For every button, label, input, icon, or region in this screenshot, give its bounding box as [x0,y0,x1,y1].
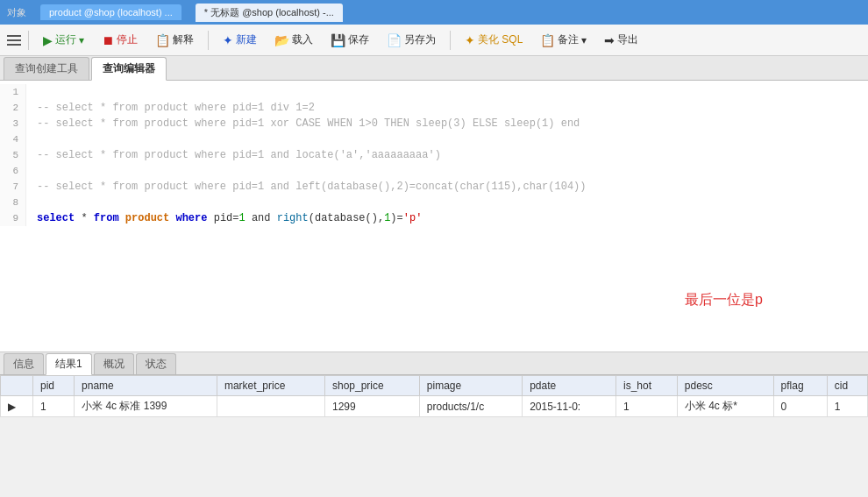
line-content-3: -- select * from product where pid=1 xor… [33,116,868,131]
save-as-icon: 📄 [387,33,402,47]
line-number-4: 4 [0,131,26,147]
table-header-row: pid pname market_price shop_price pimage… [1,376,868,396]
code-line-5: 5 -- select * from product where pid=1 a… [0,147,868,163]
cell-pdesc: 小米 4c 标* [677,396,773,417]
load-button[interactable]: 📂 载入 [267,29,320,51]
table-row[interactable]: ▶ 1 小米 4c 标准 1399 1299 products/1/c 2015… [1,396,868,417]
query-tab-bar: 查询创建工具 查询编辑器 [0,56,868,81]
run-icon: ▶ [43,33,53,47]
hamburger-icon[interactable] [7,35,21,46]
run-button[interactable]: ▶ 运行 ▾ [36,29,91,51]
stop-label: 停止 [117,32,138,47]
new-icon: ✦ [223,33,233,47]
code-line-7: 7 -- select * from product where pid=1 a… [0,179,868,195]
stop-button[interactable]: ⏹ 停止 [95,29,145,51]
load-label: 载入 [292,32,313,47]
cell-pflag: 0 [773,396,827,417]
tab-info[interactable]: 信息 [4,353,44,374]
annotation-text: 最后一位是p [685,291,763,309]
tbl-product: product [125,212,169,224]
line-content-7: -- select * from product where pid=1 and… [33,179,868,195]
kw-from: from [94,212,119,224]
col-header-pdesc: pdesc [677,376,773,396]
row-marker: ▶ [8,401,16,413]
col-header-pflag: pflag [773,376,827,396]
save-label: 保存 [348,32,369,47]
tab-query-editor[interactable]: 查询编辑器 [91,57,167,81]
cell-pname: 小米 4c 标准 1399 [75,396,217,417]
line-number-9: 9 [0,210,26,226]
col-header-pid [1,376,33,396]
col-header-market-price: market_price [217,376,324,396]
cell-cid: 1 [827,396,867,417]
result-table: pid pname market_price shop_price pimage… [0,375,868,417]
toolbar-separator-3 [450,31,451,50]
line-content-5: -- select * from product where pid=1 and… [33,147,868,163]
line-content-1 [33,84,868,100]
export-button[interactable]: ➡ 导出 [597,29,645,51]
new-button[interactable]: ✦ 新建 [216,29,264,51]
kw-select: select [37,212,75,224]
tab-overview[interactable]: 概况 [94,353,134,374]
comment-dropdown-icon[interactable]: ▾ [581,34,587,46]
title-bar: 对象 product @shop (localhost) ... * 无标题 @… [0,0,868,25]
run-dropdown-icon[interactable]: ▾ [79,34,84,46]
col-header-shop-price: shop_price [324,376,419,396]
line-number-7: 7 [0,179,26,195]
line-content-4 [33,131,868,147]
line-number-3: 3 [0,116,26,131]
code-line-6: 6 [0,163,868,179]
tab-result1[interactable]: 结果1 [46,353,92,375]
line-number-2: 2 [0,100,26,116]
line-content-2: -- select * from product where pid=1 div… [33,100,868,116]
explain-label: 解释 [173,32,194,47]
code-line-4: 4 [0,131,868,147]
code-line-3: 3 -- select * from product where pid=1 x… [0,116,868,131]
beautify-label: 美化 SQL [478,32,523,47]
sql-editor[interactable]: 1 2 -- select * from product where pid=1… [0,81,868,352]
row-marker-cell: ▶ [1,396,33,417]
toolbar-separator-2 [208,31,209,50]
export-label: 导出 [617,32,638,47]
line-number-5: 5 [0,147,26,163]
col-header-pdate: pdate [523,376,616,396]
cell-pid: 1 [33,396,75,417]
line-number-8: 8 [0,195,26,210]
tab-status[interactable]: 状态 [136,353,176,374]
code-line-9: 9 select * from product where pid=1 and … [0,210,868,226]
col-header-pid-val: pid [33,376,75,396]
stop-icon: ⏹ [102,33,114,47]
line-content-8 [33,195,868,210]
col-header-cid: cid [827,376,867,396]
line-content-9: select * from product where pid=1 and ri… [33,210,868,226]
str-p: 'p' [403,212,423,224]
result-table-wrapper: pid pname market_price shop_price pimage… [0,375,868,417]
num-2: 1 [384,212,390,224]
toolbar: ▶ 运行 ▾ ⏹ 停止 📋 解释 ✦ 新建 📂 载入 💾 保存 📄 另存为 ✦ … [0,25,868,56]
run-label: 运行 [55,32,76,47]
save-button[interactable]: 💾 保存 [324,29,376,51]
title-tab-product[interactable]: product @shop (localhost) ... [40,4,181,20]
cell-is-hot: 1 [616,396,678,417]
title-label-object: 对象 [7,6,26,19]
col-header-pname: pname [75,376,217,396]
line-content-6 [33,163,868,179]
explain-icon: 📋 [155,33,170,47]
fn-right: right [277,212,309,224]
save-icon: 💾 [331,33,345,47]
comment-button[interactable]: 📋 备注 ▾ [533,29,594,51]
tab-query-builder[interactable]: 查询创建工具 [4,57,89,80]
explain-button[interactable]: 📋 解释 [148,29,201,51]
col-header-pimage: pimage [419,376,522,396]
title-tab-untitled[interactable]: * 无标题 @shop (localhost) -... [196,4,343,22]
save-as-button[interactable]: 📄 另存为 [380,29,443,51]
comment-icon: 📋 [540,33,555,47]
bottom-panel: 信息 结果1 概况 状态 pid pname market_price shop… [0,352,868,417]
beautify-button[interactable]: ✦ 美化 SQL [458,29,530,51]
export-icon: ➡ [604,33,615,47]
cell-shop-price: 1299 [324,396,419,417]
kw-where: where [175,212,207,224]
new-label: 新建 [236,32,257,47]
cell-pdate: 2015-11-0: [523,396,616,417]
beautify-icon: ✦ [465,33,475,47]
